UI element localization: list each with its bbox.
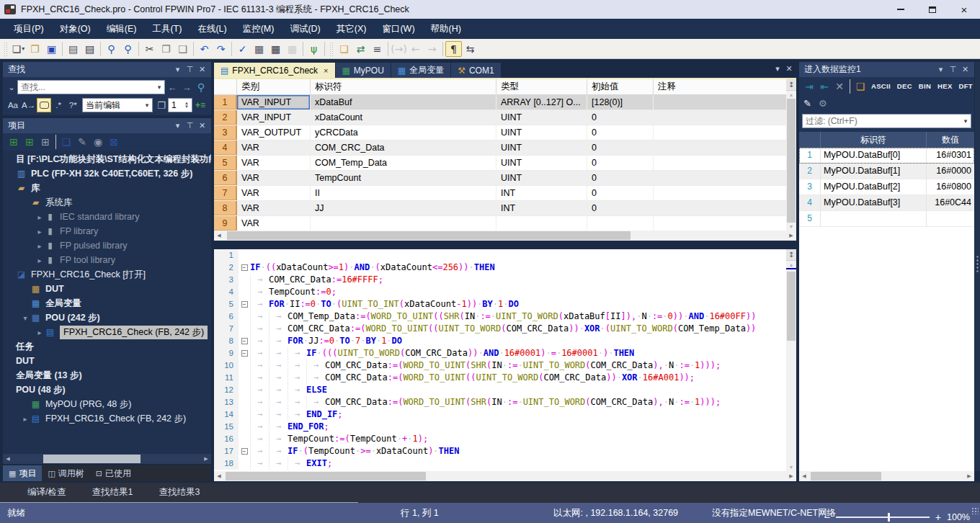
output-tab-3[interactable]: 查找结果3 — [150, 486, 208, 499]
find-input[interactable] — [18, 81, 154, 93]
panel-close-icon[interactable]: ✕ — [959, 65, 971, 74]
zoom-in-button[interactable]: + — [935, 511, 941, 523]
menu-item-5[interactable]: 在线(L) — [190, 20, 234, 38]
scroll-down-icon[interactable]: ▼ — [786, 224, 796, 231]
settings-gear-icon[interactable]: ⚙ — [819, 98, 827, 109]
cell-category[interactable]: VAR_OUTPUT — [237, 125, 311, 140]
watch-value[interactable]: 16#0C44 — [927, 195, 974, 210]
cell-category[interactable]: VAR — [237, 156, 311, 170]
code-line[interactable]: 13→→→→COM_CRC_Data:=(WORD_TO_UINT(SHR(IN… — [214, 396, 786, 408]
collapse-icon[interactable]: − — [241, 448, 248, 455]
zoom-slider[interactable] — [836, 517, 930, 518]
zoom-slider-thumb[interactable] — [888, 513, 890, 522]
column-header[interactable]: 初始值 — [587, 79, 654, 94]
cell-comment[interactable] — [654, 186, 786, 200]
match-case-button[interactable]: Aa — [6, 98, 20, 112]
tree-item[interactable]: ▰库 — [3, 181, 211, 195]
code-line[interactable]: 5−→FOR·II:=0·TO·(UINT_TO_INT(xDataCount-… — [214, 298, 786, 310]
split-view-icon[interactable]: ↕ — [786, 79, 796, 91]
find-count-stepper[interactable]: ▲▼ — [168, 98, 192, 112]
code-line[interactable]: 6→→COM_Temp_Data:=(WORD_TO_UINT((SHR(IN·… — [214, 310, 786, 323]
format-button-dec[interactable]: DEC — [894, 82, 915, 90]
tree-item[interactable]: ▸▤FPXH_CRC16_Check (FB, 242 步) — [3, 411, 211, 426]
code-lines[interactable]: 12−IF·((xDataCount>=1)·AND·(xDataCount<=… — [214, 249, 786, 471]
variable-row[interactable]: 1VAR_INPUTxDataBufARRAY [0..127] O...[12… — [214, 95, 786, 110]
editor-splitter[interactable] — [214, 241, 796, 249]
scroll-left-icon[interactable]: ◀ — [3, 456, 13, 462]
whole-word-button[interactable]: A→ — [20, 98, 37, 112]
split-view-icon[interactable]: ↕ — [786, 249, 796, 261]
menu-item-7[interactable]: 调试(D) — [282, 20, 328, 38]
column-header[interactable] — [214, 79, 237, 94]
cell-identifier[interactable]: II — [311, 186, 496, 200]
panel-pin-icon[interactable]: ⊤ — [184, 65, 196, 74]
cell-comment[interactable] — [654, 156, 786, 170]
menu-item-4[interactable]: 工具(T) — [144, 20, 190, 38]
cell-comment[interactable] — [654, 171, 786, 185]
cell-category[interactable]: VAR — [237, 216, 311, 231]
toolbar-grip[interactable] — [329, 42, 334, 56]
panel-pin-icon[interactable]: ⊤ — [184, 121, 196, 130]
output-tab-2[interactable]: 查找结果1 — [83, 486, 141, 499]
find-in-files-button[interactable]: ⚲ — [120, 41, 136, 57]
code-line[interactable]: 16→→TempCount:=(TempCount·+·1); — [214, 433, 786, 445]
undo-button[interactable]: ↶ — [196, 41, 213, 57]
tree-item[interactable]: ▰系统库 — [3, 195, 211, 210]
expander-icon[interactable]: ▸ — [20, 415, 30, 423]
cell-category[interactable]: VAR_INPUT — [237, 95, 311, 109]
cell-initial-value[interactable]: 0 — [587, 156, 654, 170]
step-back-button[interactable]: ← — [407, 41, 424, 57]
wildcard-button[interactable]: ?* — [66, 98, 80, 112]
watch-value[interactable] — [927, 211, 974, 226]
watch-row[interactable]: 5 — [799, 211, 974, 227]
cell-type[interactable]: UINT — [496, 125, 587, 140]
tree-item[interactable]: ▸▮IEC standard library — [3, 210, 211, 224]
toolbar-grip[interactable] — [4, 42, 8, 56]
print-button[interactable]: ▤ — [81, 41, 98, 57]
online-mode-button[interactable]: ψ — [306, 41, 322, 57]
find-count-input[interactable] — [169, 100, 183, 110]
menu-item-6[interactable]: 监控(M) — [235, 20, 282, 38]
scrollbar-thumb[interactable] — [811, 472, 881, 480]
tabbar-menu-icon[interactable]: ▾ — [772, 64, 783, 73]
cell-comment[interactable] — [654, 95, 786, 109]
maximize-button[interactable] — [917, 0, 948, 19]
find-next-button[interactable]: → — [179, 80, 194, 94]
print-preview-button[interactable]: ▤ — [65, 41, 81, 57]
watch-identifier[interactable]: MyPOU.DataBuf[1] — [821, 164, 927, 179]
tree-item[interactable]: ▸▮FP library — [3, 224, 211, 238]
monitor-in-button[interactable]: ⇥ — [802, 79, 816, 94]
find-prev-button[interactable]: ← — [165, 80, 179, 94]
transfer-button[interactable]: ⇄ — [352, 41, 369, 57]
regex-button[interactable]: .* — [51, 98, 66, 112]
watch-identifier[interactable] — [821, 211, 927, 226]
expander-icon[interactable]: ▸ — [35, 213, 45, 221]
scroll-down-icon[interactable]: ▼ — [786, 465, 796, 471]
cell-identifier[interactable]: xDataCount — [311, 110, 496, 125]
collapse-icon[interactable]: − — [241, 350, 248, 357]
watch-value[interactable]: 16#0000 — [927, 164, 974, 179]
cell-initial-value[interactable]: 0 — [587, 201, 654, 215]
find-history-dropdown-icon[interactable]: ▾ — [154, 84, 164, 91]
tree-item[interactable]: POU (48 步) — [3, 383, 211, 397]
step-into-button[interactable]: (→) — [391, 41, 407, 57]
cell-identifier[interactable] — [311, 216, 496, 231]
cell-initial-value[interactable]: 0 — [587, 186, 654, 200]
menu-item-2[interactable]: 对象(O) — [52, 20, 99, 38]
find-scope-select[interactable]: 当前编辑 ▾ — [82, 98, 153, 112]
cell-type[interactable]: INT — [496, 186, 587, 200]
compile-all-button[interactable]: ▦ — [267, 41, 284, 57]
watch-identifier[interactable]: MyPOU.DataBuf[3] — [821, 195, 927, 210]
copy-button[interactable]: ❐ — [158, 41, 174, 57]
expander-icon[interactable]: ▾ — [20, 314, 30, 322]
cell-type[interactable]: UINT — [496, 140, 587, 155]
code-line[interactable]: 12→→→ELSE — [214, 384, 786, 396]
cell-category[interactable]: VAR — [237, 186, 311, 200]
right-splitter-strip[interactable] — [975, 62, 980, 471]
write-value-icon[interactable]: ✎ — [803, 98, 811, 109]
collapse-icon[interactable]: − — [241, 264, 248, 271]
tree-item[interactable]: ▸▤FPXH_CRC16_Check (FB, 242 步) — [3, 325, 211, 339]
column-header[interactable]: 类型 — [496, 79, 587, 94]
scrollbar-thumb[interactable] — [787, 99, 796, 223]
menu-item-9[interactable]: 窗口(W) — [374, 20, 422, 38]
